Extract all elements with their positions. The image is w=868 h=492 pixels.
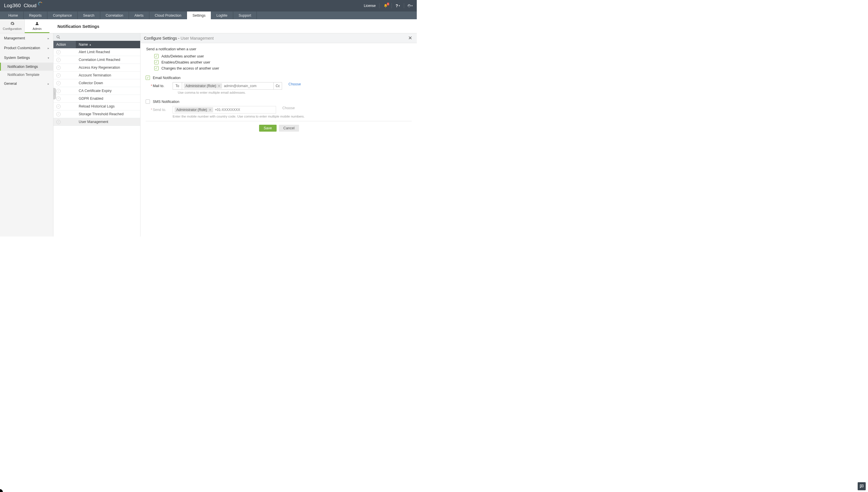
email-recipients-field[interactable]: Administrator (Role) ✕ <box>182 82 274 90</box>
remove-chip-icon[interactable]: ✕ <box>209 108 211 112</box>
cc-button[interactable]: Cc <box>274 82 282 90</box>
list-row-name: Account Termination <box>76 73 111 77</box>
chevron-right-icon: ▸ <box>48 82 49 85</box>
user-menu[interactable]: ▾ <box>408 3 413 8</box>
enable-toggle-icon[interactable]: ✓ <box>56 120 60 124</box>
tab-reports[interactable]: Reports <box>24 11 47 19</box>
condition-label: Adds/Deletes another user <box>161 54 204 58</box>
tab-cloud-protection[interactable]: Cloud Protection <box>149 11 187 19</box>
tab-support[interactable]: Support <box>233 11 257 19</box>
enable-toggle-icon[interactable]: ✓ <box>56 50 60 54</box>
sidebar-section-product-customization[interactable]: Product Customization ▸ <box>0 43 53 53</box>
list-row[interactable]: ✓Collector Down <box>53 79 140 87</box>
license-link[interactable]: License <box>364 4 376 8</box>
sidebar-section-management[interactable]: Management ▸ <box>0 33 53 43</box>
search-icon <box>56 35 60 39</box>
choose-sms-link[interactable]: Choose <box>282 106 295 110</box>
list-search-bar[interactable] <box>53 33 140 41</box>
sidebar-item-notification-template[interactable]: Notification Template <box>0 71 53 79</box>
list-row-name: Collector Down <box>76 81 103 85</box>
brand-suffix: Cloud <box>24 3 36 9</box>
list-header-name[interactable]: Name ▴ <box>76 43 91 47</box>
tab-home[interactable]: Home <box>3 11 24 19</box>
sidebar-section-label: Management <box>4 36 25 40</box>
condition-row: ✓ Adds/Deletes another user <box>154 54 412 58</box>
list-row[interactable]: ✓Storage Threshold Reached <box>53 110 140 118</box>
choose-email-link[interactable]: Choose <box>288 82 301 86</box>
svg-point-3 <box>57 35 59 38</box>
condition-label: Changes the access of another user <box>161 66 219 70</box>
save-button[interactable]: Save <box>259 125 277 132</box>
list-row[interactable]: ✓Account Termination <box>53 72 140 79</box>
subtab-label: Configuration <box>3 27 22 30</box>
list-row-name: Correlation Limit Reached <box>76 58 120 62</box>
detail-header: Configure Settings - User Management ✕ <box>141 33 417 43</box>
enable-toggle-icon[interactable]: ✓ <box>56 66 60 70</box>
email-section-label: Email Notification <box>153 76 181 80</box>
brand-logo: Log360 Cloud <box>4 3 43 9</box>
list-row[interactable]: ✓User Management <box>53 118 140 126</box>
list-row[interactable]: ✓Access Key Regeneration <box>53 64 140 72</box>
detail-title-prefix: Configure Settings - <box>144 36 181 41</box>
sms-section-label: SMS Notification <box>153 100 179 104</box>
header-bar: Log360 Cloud License 1 ?▾ ▾ <box>0 0 417 11</box>
gear-icon <box>10 21 15 27</box>
list-row[interactable]: ✓Reload Historical Logs <box>53 103 140 110</box>
sidebar-item-notification-settings[interactable]: Notification Settings <box>0 63 53 71</box>
enable-toggle-icon[interactable]: ✓ <box>56 81 60 85</box>
cancel-button[interactable]: Cancel <box>279 125 299 132</box>
condition-checkbox[interactable]: ✓ <box>154 66 158 70</box>
recipient-chip-label: Administrator (Role) <box>176 108 207 112</box>
email-hint: Use comma to enter multiple email addres… <box>178 91 412 94</box>
list-row[interactable]: ✓Alert Limit Reached <box>53 48 140 56</box>
list-row-name: Storage Threshold Reached <box>76 112 124 116</box>
sidebar-section-system-settings[interactable]: System Settings ▾ <box>0 53 53 63</box>
condition-row: ✓ Changes the access of another user <box>154 66 412 70</box>
tab-alerts[interactable]: Alerts <box>129 11 149 19</box>
main-tabs: Home Reports Compliance Search Correlati… <box>0 11 417 19</box>
detail-intro: Send a notification when a user <box>146 47 412 51</box>
close-icon[interactable]: ✕ <box>407 34 413 42</box>
notification-badge: 1 <box>387 3 389 5</box>
tab-compliance[interactable]: Compliance <box>47 11 78 19</box>
tab-correlation[interactable]: Correlation <box>100 11 129 19</box>
tab-settings[interactable]: Settings <box>187 11 211 19</box>
detail-title-item: User Management <box>181 36 214 41</box>
enable-toggle-icon[interactable]: ✓ <box>56 97 60 101</box>
logo-swirl-icon <box>37 1 43 6</box>
chevron-down-icon: ▾ <box>48 56 49 59</box>
sidebar-collapse-handle[interactable]: ⋮ <box>53 88 56 99</box>
sms-recipients-field[interactable]: Administrator (Role) ✕ <box>173 106 276 114</box>
email-checkbox[interactable]: ✓ <box>146 76 150 80</box>
send-to-label: *Send to. <box>151 106 169 112</box>
email-input[interactable] <box>224 84 272 88</box>
enable-toggle-icon[interactable]: ✓ <box>56 58 60 62</box>
enable-toggle-icon[interactable]: ✓ <box>56 104 60 108</box>
remove-chip-icon[interactable]: ✕ <box>218 84 220 88</box>
tab-search[interactable]: Search <box>78 11 100 19</box>
subtab-admin[interactable]: Admin <box>25 19 49 33</box>
list-row[interactable]: ✓Correlation Limit Reached <box>53 56 140 64</box>
list-row-name: User Management <box>76 120 108 124</box>
notification-list-panel: Action Name ▴ ✓Alert Limit Reached ✓Corr… <box>53 33 141 237</box>
list-header-name-text: Name <box>79 43 88 47</box>
condition-checkbox[interactable]: ✓ <box>154 54 158 58</box>
page-title: Notification Settings <box>49 19 99 33</box>
list-row[interactable]: ✓CA Certificate Expiry <box>53 87 140 95</box>
enable-toggle-icon[interactable]: ✓ <box>56 89 60 93</box>
tab-logme[interactable]: LogMe <box>211 11 233 19</box>
enable-toggle-icon[interactable]: ✓ <box>56 112 60 116</box>
notifications-bell-icon[interactable]: 1 <box>383 3 388 8</box>
condition-checkbox[interactable]: ✓ <box>154 60 158 65</box>
sms-checkbox[interactable]: ✓ <box>146 99 150 104</box>
subtab-configuration[interactable]: Configuration <box>0 19 25 33</box>
svg-line-4 <box>59 38 60 39</box>
help-menu[interactable]: ?▾ <box>395 3 400 8</box>
sidebar: Management ▸ Product Customization ▸ Sys… <box>0 33 53 237</box>
sms-input[interactable] <box>215 108 274 112</box>
sidebar-section-general[interactable]: General ▸ <box>0 79 53 89</box>
list-row[interactable]: ✓GDPR Enabled <box>53 95 140 103</box>
list-header-action: Action <box>53 41 76 48</box>
email-notification-toggle: ✓ Email Notification <box>146 76 412 80</box>
enable-toggle-icon[interactable]: ✓ <box>56 73 60 78</box>
